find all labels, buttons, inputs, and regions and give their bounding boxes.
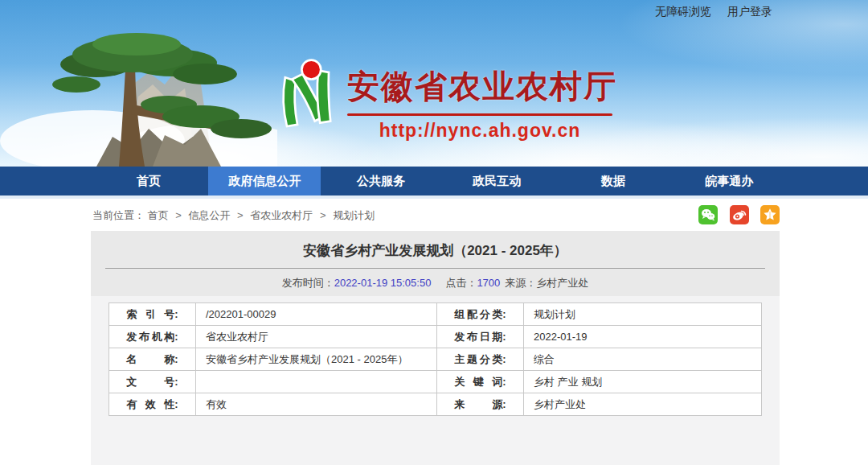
breadcrumb-item-department[interactable]: 省农业农村厅 <box>250 209 313 221</box>
hits-value: 1700 <box>477 277 500 289</box>
weibo-icon <box>730 205 749 224</box>
document-name-label: 名称: <box>109 348 196 371</box>
nav-item-data[interactable]: 数据 <box>557 167 669 195</box>
nav-item-home[interactable]: 首页 <box>92 167 205 195</box>
validity-label: 有效性: <box>109 393 196 416</box>
site-brand: 安徽省农业农村厅 http://nync.ah.gov.cn <box>347 64 612 142</box>
table-row: 发布机构: 省农业农村厅 发布日期: 2022-01-19 <box>109 326 762 348</box>
article-title: 安徽省乡村产业发展规划（2021 - 2025年） <box>91 231 780 260</box>
breadcrumb-item-info-disclosure[interactable]: 信息公开 <box>188 209 230 221</box>
publish-date-value: 2022-01-19 <box>524 326 762 348</box>
document-number-label: 文号: <box>109 371 196 393</box>
site-url: http://nync.ah.gov.cn <box>347 120 612 142</box>
topic-category-value: 综合 <box>524 348 762 371</box>
table-row: 文号: 关键词: 乡村 产业 规划 <box>109 371 762 393</box>
source-dept-value: 乡村产业处 <box>524 393 762 416</box>
brand-underline <box>347 113 612 116</box>
group-category-label: 组配分类: <box>437 303 524 326</box>
table-row: 名称: 安徽省乡村产业发展规划（2021 - 2025年） 主题分类: 综合 <box>109 348 762 371</box>
nav-item-wanshitongban[interactable]: 皖事通办 <box>673 167 785 195</box>
page: 无障碍浏览 用户登录 <box>0 0 868 465</box>
site-logo-link[interactable] <box>276 58 339 132</box>
pine-tree-illustration <box>0 8 277 167</box>
issuing-agency-value: 省农业农村厅 <box>196 326 437 348</box>
wechat-icon <box>698 205 718 224</box>
table-row: 索引号: /202201-00029 组配分类: 规划计划 <box>109 303 762 326</box>
document-number-value <box>196 371 437 393</box>
breadcrumb-prefix: 当前位置： <box>92 209 145 221</box>
site-name: 安徽省农业农村厅 <box>347 64 612 109</box>
index-number-label: 索引号: <box>109 303 196 326</box>
article-title-block: 安徽省乡村产业发展规划（2021 - 2025年） 发布时间：2022-01-1… <box>91 231 780 296</box>
wechat-share-button[interactable] <box>698 205 718 224</box>
breadcrumb-separator: > <box>320 209 326 221</box>
publish-time-label: 发布时间： <box>282 277 334 289</box>
accessibility-link[interactable]: 无障碍浏览 <box>655 5 711 19</box>
nav-item-gov-info-disclosure[interactable]: 政府信息公开 <box>208 167 321 195</box>
publish-date-label: 发布日期: <box>437 326 524 348</box>
group-category-value: 规划计划 <box>524 303 762 326</box>
issuing-agency-label: 发布机构: <box>109 326 196 348</box>
keywords-label: 关键词: <box>437 371 524 393</box>
source-label: 来源： <box>505 277 536 289</box>
breadcrumb: 当前位置： 首页 > 信息公开 > 省农业农村厅 > 规划计划 <box>92 208 375 223</box>
site-header: 无障碍浏览 用户登录 <box>0 0 868 167</box>
source-dept-label: 来源: <box>437 393 524 416</box>
nav-item-public-interaction[interactable]: 政民互动 <box>440 167 553 195</box>
table-row: 有效性: 有效 来源: 乡村产业处 <box>109 393 762 416</box>
breadcrumb-row: 当前位置： 首页 > 信息公开 > 省农业农村厅 > 规划计划 <box>0 199 868 231</box>
favorite-star-icon <box>760 205 780 224</box>
source-value: 乡村产业处 <box>536 277 588 289</box>
weibo-share-button[interactable] <box>730 205 749 224</box>
title-divider <box>105 268 765 269</box>
green-n-logo-icon <box>276 58 339 132</box>
nav-item-public-service[interactable]: 公共服务 <box>325 167 437 195</box>
breadcrumb-item-planning[interactable]: 规划计划 <box>333 209 375 221</box>
hits-label: 点击： <box>445 277 477 289</box>
favorite-star-button[interactable] <box>760 205 780 224</box>
article-meta: 发布时间：2022-01-19 15:05:50点击：1700来源：乡村产业处 <box>91 276 780 290</box>
breadcrumb-separator: > <box>237 209 244 221</box>
document-info-table: 索引号: /202201-00029 组配分类: 规划计划 发布机构: 省农业农… <box>108 302 762 416</box>
share-buttons <box>690 205 780 224</box>
main-navigation: 首页 政府信息公开 公共服务 政民互动 数据 皖事通办 <box>0 167 868 195</box>
topic-category-label: 主题分类: <box>437 348 524 371</box>
publish-time-value: 2022-01-19 15:05:50 <box>334 277 432 289</box>
content-panel: 安徽省乡村产业发展规划（2021 - 2025年） 发布时间：2022-01-1… <box>91 231 780 465</box>
validity-value: 有效 <box>196 393 437 416</box>
index-number-value: /202201-00029 <box>196 303 437 326</box>
keywords-value: 乡村 产业 规划 <box>524 371 762 393</box>
breadcrumb-separator: > <box>175 209 182 221</box>
user-login-link[interactable]: 用户登录 <box>727 5 772 19</box>
document-name-value: 安徽省乡村产业发展规划（2021 - 2025年） <box>196 348 437 371</box>
breadcrumb-item-home[interactable]: 首页 <box>148 209 169 221</box>
